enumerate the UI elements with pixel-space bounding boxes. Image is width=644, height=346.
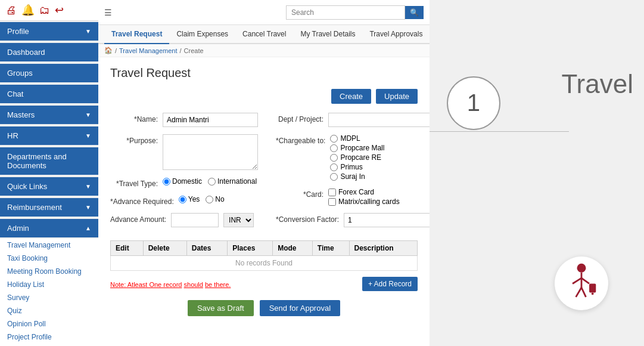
breadcrumb-parent[interactable]: Travel Management	[119, 47, 177, 54]
submenu-meeting-room[interactable]: Meeting Room Booking	[0, 265, 98, 278]
submenu-my-soch[interactable]: My Soch	[0, 344, 98, 346]
international-label[interactable]: International	[208, 177, 257, 186]
yes-radio[interactable]	[179, 196, 186, 203]
top-icons-bar: 🖨 🔔 🗂 ↩	[0, 0, 98, 21]
page-title: Travel Request	[110, 66, 418, 80]
sidebar-item-admin[interactable]: Admin ▲	[0, 219, 98, 237]
name-input[interactable]	[163, 113, 258, 127]
international-radio[interactable]	[208, 178, 216, 186]
card-checkboxes: Forex Card Matrix/calling cards	[328, 188, 400, 206]
search-container: 🔍	[286, 5, 424, 20]
purpose-label: *Purpose:	[110, 134, 158, 145]
travel-text: Travel	[561, 69, 633, 99]
sidebar-item-departments[interactable]: Departments and Documents	[0, 147, 98, 175]
submenu-opinion-poll[interactable]: Opinion Poll	[0, 317, 98, 330]
add-record-button[interactable]: + Add Record	[362, 277, 418, 291]
domestic-radio[interactable]	[163, 178, 170, 186]
primus-radio[interactable]	[330, 163, 338, 171]
purpose-group: *Purpose:	[110, 134, 258, 170]
advance-amount-row: Advance Amount: INR	[110, 213, 258, 227]
yes-label[interactable]: Yes	[179, 195, 200, 203]
name-group: *Name:	[110, 113, 258, 127]
svg-line-2	[573, 278, 581, 283]
conversion-factor-input[interactable]	[344, 213, 430, 227]
forex-card-checkbox[interactable]	[328, 189, 336, 196]
submenu-project-profile[interactable]: Project Profile	[0, 330, 98, 344]
sidebar-item-hr[interactable]: HR ▼	[0, 126, 98, 145]
propcare-mall-label[interactable]: Propcare Mall	[330, 144, 384, 152]
hr-arrow: ▼	[85, 132, 91, 139]
advance-required-row: *Advance Required: Yes No	[110, 195, 258, 206]
svg-point-0	[577, 264, 586, 273]
traveler-svg	[564, 262, 599, 304]
submenu-taxi-booking[interactable]: Taxi Booking	[0, 252, 98, 265]
sidebar-item-dashboard[interactable]: Dashboard	[0, 43, 98, 61]
sidebar-item-quicklinks[interactable]: Quick Links ▼	[0, 177, 98, 196]
masters-arrow: ▼	[85, 112, 91, 118]
suraj-in-label[interactable]: Suraj In	[330, 172, 384, 181]
advance-amount-input[interactable]	[171, 213, 219, 227]
forex-card-text: Forex Card	[338, 188, 374, 196]
mdpl-label[interactable]: MDPL	[330, 134, 384, 143]
horizontal-line	[430, 131, 569, 132]
hamburger-icon[interactable]: ☰	[104, 8, 112, 17]
svg-rect-6	[589, 283, 596, 292]
forex-card-label[interactable]: Forex Card	[328, 188, 400, 196]
submenu-holiday-list[interactable]: Holiday List	[0, 278, 98, 291]
domestic-label[interactable]: Domestic	[163, 177, 202, 186]
propcare-mall-radio[interactable]	[330, 144, 338, 152]
breadcrumb-home[interactable]: 🏠	[104, 47, 113, 54]
records-table: Edit Delete Dates Places Mode Time Descr…	[110, 240, 418, 271]
update-button[interactable]: Update	[376, 89, 418, 104]
form-right: Dept / Project: *Chargeable to: MDPL	[276, 113, 430, 234]
icon4[interactable]: ↩	[55, 4, 64, 17]
purpose-textarea[interactable]	[163, 134, 258, 170]
sidebar-item-profile[interactable]: Profile ▼	[0, 22, 98, 41]
suraj-in-radio[interactable]	[330, 173, 338, 181]
tab-travel-request[interactable]: Travel Request	[104, 25, 169, 44]
empty-message: No records Found	[111, 256, 418, 271]
matrix-card-label[interactable]: Matrix/calling cards	[328, 197, 400, 206]
icon3[interactable]: 🗂	[39, 4, 50, 17]
no-label[interactable]: No	[206, 195, 224, 203]
save-draft-button[interactable]: Save as Draft	[188, 300, 254, 316]
mdpl-radio[interactable]	[330, 135, 338, 143]
submenu-survey[interactable]: Survey	[0, 291, 98, 304]
search-button[interactable]: 🔍	[405, 6, 424, 19]
icon1[interactable]: 🖨	[6, 4, 17, 17]
table-empty-row: No records Found	[111, 256, 418, 271]
propcare-re-label[interactable]: Propcare RE	[330, 153, 384, 162]
icon2[interactable]: 🔔	[21, 4, 35, 17]
no-radio[interactable]	[206, 196, 213, 203]
dept-input[interactable]	[328, 113, 430, 127]
advance-required-label: *Advance Required:	[110, 195, 174, 206]
search-input[interactable]	[286, 5, 405, 20]
send-approval-button[interactable]: Send for Approval	[260, 300, 340, 316]
currency-select[interactable]: INR	[223, 213, 254, 227]
primus-text: Primus	[340, 163, 362, 171]
tab-claim-expenses[interactable]: Claim Expenses	[169, 25, 235, 44]
col-mode: Mode	[273, 241, 313, 256]
dept-group: Dept / Project:	[276, 113, 430, 127]
col-description: Description	[349, 241, 417, 256]
tab-travel-approvals[interactable]: Travel Approvals	[362, 25, 430, 44]
sidebar-item-reimbursement[interactable]: Reimbursement ▼	[0, 198, 98, 217]
propcare-re-radio[interactable]	[330, 154, 338, 162]
domestic-text: Domestic	[172, 177, 202, 186]
main-content: ☰ 🔍 Travel Request Claim Expenses Cancel…	[98, 0, 430, 346]
sidebar-item-chat[interactable]: Chat	[0, 85, 98, 103]
form-actions: Create Update	[110, 89, 418, 104]
create-button[interactable]: Create	[331, 89, 371, 104]
col-delete: Delete	[143, 241, 186, 256]
tab-cancel-travel[interactable]: Cancel Travel	[235, 25, 293, 44]
submenu-travel-management[interactable]: Travel Management	[0, 239, 98, 252]
quicklinks-arrow: ▼	[85, 183, 91, 190]
tabs-bar: Travel Request Claim Expenses Cancel Tra…	[98, 25, 430, 44]
sidebar-item-groups[interactable]: Groups	[0, 64, 98, 82]
no-text: No	[215, 195, 224, 203]
matrix-card-checkbox[interactable]	[328, 198, 336, 206]
primus-label[interactable]: Primus	[330, 163, 384, 171]
sidebar-item-masters[interactable]: Masters ▼	[0, 106, 98, 124]
tab-my-travel-details[interactable]: My Travel Details	[293, 25, 362, 44]
submenu-quiz[interactable]: Quiz	[0, 304, 98, 317]
